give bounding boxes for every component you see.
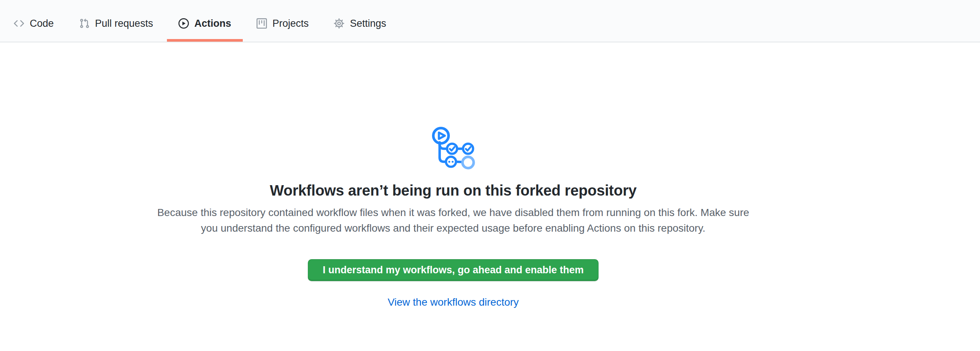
tab-label: Projects [272,19,309,29]
tab-label: Pull requests [95,19,153,29]
tab-code[interactable]: Code [2,5,65,42]
tab-label: Actions [194,19,231,29]
blankslate-description: Because this repository contained workfl… [156,205,751,236]
tab-label: Code [30,19,54,29]
enable-workflows-button[interactable]: I understand my workflows, go ahead and … [308,259,598,281]
repo-tab-nav: Code Pull requests Actions Projects [0,0,980,42]
tab-projects[interactable]: Projects [245,5,320,42]
tab-label: Settings [350,19,386,29]
git-pull-request-icon [79,18,90,29]
actions-blankslate: Workflows aren’t being run on this forke… [0,125,907,308]
workflow-graph-icon [431,125,476,171]
code-icon [14,18,24,29]
play-icon [178,18,189,29]
tab-actions[interactable]: Actions [167,5,243,42]
view-workflows-directory-link[interactable]: View the workflows directory [388,296,519,308]
project-icon [256,18,267,29]
tab-settings[interactable]: Settings [322,5,398,42]
tab-pull-requests[interactable]: Pull requests [68,5,165,42]
blankslate-title: Workflows aren’t being run on this forke… [0,182,907,199]
gear-icon [334,18,344,29]
